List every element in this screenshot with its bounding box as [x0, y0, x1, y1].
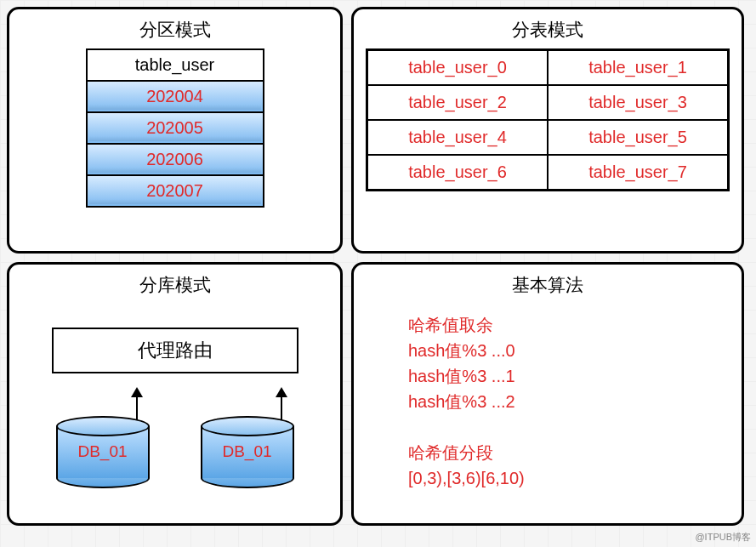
partition-slab: 202007: [86, 176, 264, 208]
panel-title: 分库模式: [21, 273, 328, 297]
sharded-table-mode-panel: 分表模式 table_user_0 table_user_1 table_use…: [351, 7, 744, 254]
partition-slab: 202005: [86, 113, 264, 145]
algo-line: 哈希值取余: [408, 312, 713, 338]
shard-cell: table_user_4: [367, 120, 548, 155]
algo-line: hash值%3 ...1: [408, 363, 713, 389]
basic-algorithm-panel: 基本算法 哈希值取余 hash值%3 ...0 hash值%3 ...1 has…: [351, 262, 744, 526]
sharded-db-mode-panel: 分库模式 代理路由 DB_01 DB_01: [7, 262, 343, 526]
algorithm-text-block: 哈希值取余 hash值%3 ...0 hash值%3 ...1 hash值%3 …: [366, 304, 730, 511]
partition-slab: 202004: [86, 82, 264, 113]
db-proxy-diagram: 代理路由 DB_01 DB_01: [21, 304, 328, 511]
panel-title: 分表模式: [366, 18, 730, 42]
proxy-router-box: 代理路由: [52, 328, 298, 373]
watermark-text: @ITPUB博客: [695, 531, 751, 544]
panel-title: 基本算法: [366, 273, 730, 297]
table-name-header: table_user: [86, 48, 264, 82]
shard-cell: table_user_5: [548, 120, 728, 155]
shard-cell: table_user_2: [367, 85, 548, 120]
algo-line: hash值%3 ...0: [408, 338, 713, 363]
shard-cell: table_user_6: [367, 155, 548, 190]
shard-cell: table_user_1: [548, 50, 728, 85]
shard-cell: table_user_7: [548, 155, 728, 190]
shard-cell: table_user_0: [367, 50, 548, 85]
algo-line: 哈希值分段: [408, 440, 713, 465]
shard-cell: table_user_3: [548, 85, 728, 120]
sharded-table-grid: table_user_0 table_user_1 table_user_2 t…: [366, 48, 730, 191]
partition-stack: table_user 202004 202005 202006 202007: [86, 48, 264, 208]
partition-slab: 202006: [86, 145, 264, 176]
panel-title: 分区模式: [21, 18, 328, 42]
database-cylinder-icon: DB_01: [56, 416, 150, 488]
algo-line: [408, 414, 713, 440]
algo-line: hash值%3 ...2: [408, 389, 713, 414]
algo-line: [0,3),[3,6)[6,10): [408, 465, 713, 491]
database-cylinder-icon: DB_01: [201, 416, 294, 488]
partition-mode-panel: 分区模式 table_user 202004 202005 202006 202…: [7, 7, 343, 254]
